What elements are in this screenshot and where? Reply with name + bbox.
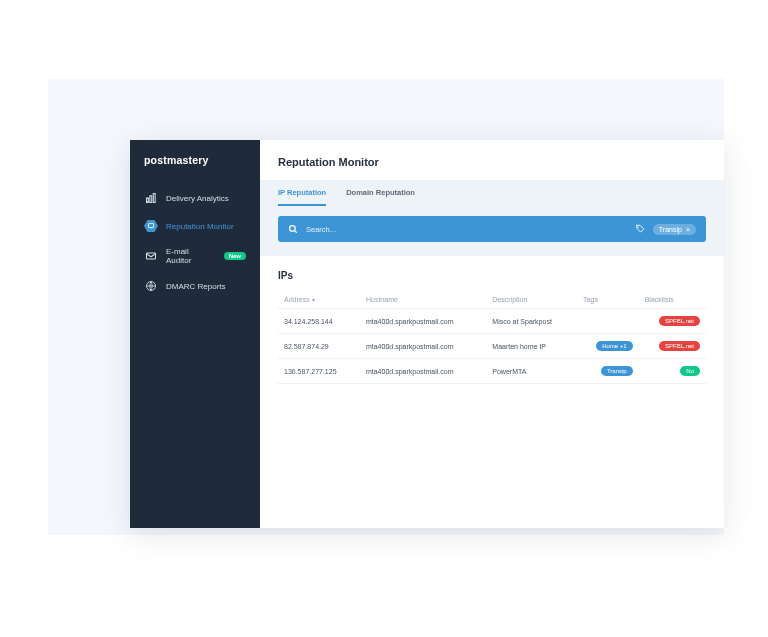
monitor-icon — [144, 219, 158, 233]
content-area: IPs Address▾ Hostname Description Tags B… — [260, 256, 724, 384]
cell-blacklists: SPFBL.net — [639, 309, 706, 334]
tabs-bar: IP Reputation Domain Reputation — [260, 180, 724, 206]
sidebar: postmastery Delivery Analytics Reputatio… — [130, 140, 260, 528]
cell-hostname: mta400d.sparkpostmail.com — [360, 309, 486, 334]
tag-filter-icon[interactable] — [635, 224, 645, 234]
svg-rect-4 — [147, 253, 156, 259]
cell-address: 34.124.258.144 — [278, 309, 360, 334]
col-header-blacklists[interactable]: Blacklists — [639, 291, 706, 309]
section-heading-ips: IPs — [278, 270, 706, 281]
table-header-row: Address▾ Hostname Description Tags Black… — [278, 291, 706, 309]
sidebar-item-label: E-mail Auditor — [166, 247, 216, 265]
app-frame: postmastery Delivery Analytics Reputatio… — [130, 140, 724, 528]
tab-domain-reputation[interactable]: Domain Reputation — [346, 180, 415, 206]
tag-badge: Transip — [601, 366, 633, 376]
chart-icon — [144, 191, 158, 205]
sidebar-item-label: Delivery Analytics — [166, 194, 246, 203]
cell-tags: Transip — [577, 359, 639, 384]
table-row[interactable]: 136.587.277.125 mta400d.sparkpostmail.co… — [278, 359, 706, 384]
blacklist-badge: SPFBL.net — [659, 341, 700, 351]
svg-point-6 — [290, 226, 296, 232]
tag-badge: Home +1 — [596, 341, 633, 351]
search-wrap: Transip × — [260, 206, 724, 256]
sidebar-item-delivery-analytics[interactable]: Delivery Analytics — [130, 184, 260, 212]
cell-hostname: mta400d.sparkpostmail.com — [360, 359, 486, 384]
search-bar: Transip × — [278, 216, 706, 242]
cell-address: 136.587.277.125 — [278, 359, 360, 384]
sidebar-item-label: DMARC Reports — [166, 282, 246, 291]
close-icon[interactable]: × — [686, 226, 690, 233]
sidebar-item-label: Reputation Monitor — [166, 222, 246, 231]
svg-rect-0 — [147, 198, 149, 203]
envelope-icon — [144, 249, 158, 263]
col-header-description[interactable]: Description — [486, 291, 577, 309]
svg-rect-1 — [150, 196, 152, 203]
globe-icon — [144, 279, 158, 293]
blacklist-badge: SPFBL.net — [659, 316, 700, 326]
main-panel: Reputation Monitor IP Reputation Domain … — [260, 140, 724, 528]
table-row[interactable]: 34.124.258.144 mta400d.sparkpostmail.com… — [278, 309, 706, 334]
active-filter-label: Transip — [659, 226, 682, 233]
tab-ip-reputation[interactable]: IP Reputation — [278, 180, 326, 206]
cell-address: 82.587.874.29 — [278, 334, 360, 359]
cell-hostname: mta400d.sparkpostmail.com — [360, 334, 486, 359]
cell-description: PowerMTA — [486, 359, 577, 384]
page-title: Reputation Monitor — [260, 140, 724, 180]
cell-blacklists: SPFBL.net — [639, 334, 706, 359]
search-icon — [288, 224, 298, 234]
blacklist-badge: No — [680, 366, 700, 376]
svg-rect-3 — [149, 224, 154, 228]
col-header-hostname[interactable]: Hostname — [360, 291, 486, 309]
col-header-address[interactable]: Address▾ — [278, 291, 360, 309]
cell-description: Misco at Sparkpost — [486, 309, 577, 334]
svg-rect-2 — [153, 194, 155, 203]
cell-blacklists: No — [639, 359, 706, 384]
cell-tags: Home +1 — [577, 334, 639, 359]
ips-table: Address▾ Hostname Description Tags Black… — [278, 291, 706, 384]
active-filter-chip[interactable]: Transip × — [653, 224, 696, 235]
sidebar-item-dmarc-reports[interactable]: DMARC Reports — [130, 272, 260, 300]
svg-point-7 — [637, 227, 638, 228]
table-row[interactable]: 82.587.874.29 mta400d.sparkpostmail.com … — [278, 334, 706, 359]
cell-description: Maarten home IP — [486, 334, 577, 359]
new-badge: New — [224, 252, 246, 260]
brand-logo: postmastery — [130, 154, 260, 184]
sidebar-item-reputation-monitor[interactable]: Reputation Monitor — [130, 212, 260, 240]
sidebar-item-email-auditor[interactable]: E-mail Auditor New — [130, 240, 260, 272]
sort-caret-icon: ▾ — [312, 297, 315, 303]
cell-tags — [577, 309, 639, 334]
col-header-tags[interactable]: Tags — [577, 291, 639, 309]
search-input[interactable] — [306, 225, 627, 234]
